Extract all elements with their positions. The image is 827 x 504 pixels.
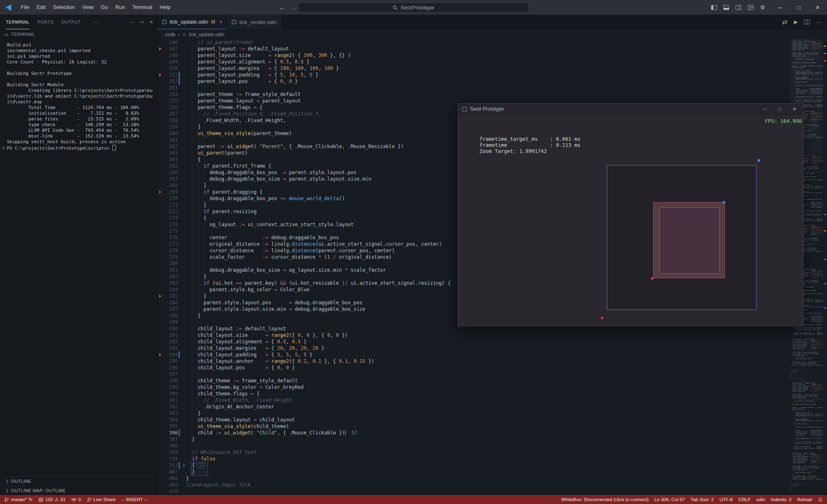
- split-editor-icon[interactable]: [804, 19, 810, 25]
- close-tab-icon[interactable]: ×: [219, 19, 223, 25]
- line-number[interactable]: 289: [163, 319, 178, 325]
- code-line[interactable]: 291 child_layout.size = range2({ 0, 0 },…: [158, 332, 827, 338]
- history-forward-icon[interactable]: →: [291, 4, 297, 11]
- code-line[interactable]: 254 parent_theme := frame_style_default: [158, 91, 827, 98]
- line-number[interactable]: 269: [163, 189, 178, 195]
- command-decoration-icon[interactable]: [2, 146, 5, 149]
- line-number[interactable]: 271: [163, 202, 178, 208]
- terminal-output[interactable]: Build.ps1incremental_checks.ps1 imported…: [0, 39, 157, 468]
- code-line[interactable]: 247 parent_layout := default_layout: [158, 46, 827, 52]
- line-number[interactable]: 293: [163, 345, 178, 351]
- line-number[interactable]: 310: [163, 456, 178, 462]
- menu-item-view[interactable]: View: [79, 0, 97, 15]
- open-changes-icon[interactable]: ⇄: [782, 18, 787, 26]
- code-line[interactable]: 292 child_layout.alignment = { 0.5, 0.5 …: [158, 338, 827, 345]
- line-number[interactable]: 298: [163, 377, 178, 384]
- menu-item-run[interactable]: Run: [112, 0, 129, 15]
- code-line[interactable]: 301 // .Fixed_Width, .Fixed_Height,: [158, 397, 827, 404]
- run-button[interactable]: ▶: [794, 19, 798, 25]
- line-number[interactable]: 284: [163, 286, 178, 293]
- code-line[interactable]: 306 child := ui_widget( "Child", { .Mous…: [158, 430, 827, 436]
- line-number[interactable]: 470: [163, 488, 178, 495]
- toggle-panel-icon[interactable]: [723, 4, 729, 11]
- line-number[interactable]: 311: [163, 462, 178, 469]
- code-line[interactable]: 248 parent_layout.size = range2( { 300, …: [158, 52, 827, 59]
- breadcrumb-folder[interactable]: code: [165, 32, 175, 37]
- line-number[interactable]: 252: [163, 78, 178, 85]
- code-line[interactable]: 468}: [158, 475, 827, 482]
- line-number[interactable]: 273: [163, 215, 178, 221]
- code-line[interactable]: 249 parent_layout.alignment = { 0.5, 0.5…: [158, 59, 827, 65]
- panel-tab-ports[interactable]: PORTS: [37, 15, 54, 29]
- line-number[interactable]: 296: [163, 364, 178, 371]
- line-number[interactable]: 308: [163, 443, 178, 449]
- code-line[interactable]: 298 child_theme := frame_style_default: [158, 377, 827, 384]
- line-number[interactable]: 297: [163, 371, 178, 377]
- customize-layout-icon[interactable]: [748, 4, 754, 11]
- line-number[interactable]: 256: [163, 104, 178, 111]
- git-branch-status[interactable]: master* ↻: [4, 497, 33, 502]
- line-number[interactable]: 287: [163, 306, 178, 312]
- menu-item-help[interactable]: Help: [156, 0, 174, 15]
- line-number[interactable]: 467: [163, 469, 178, 475]
- line-number[interactable]: 282: [163, 273, 178, 280]
- tab-tick-render-odin[interactable]: tick_render.odin: [227, 15, 282, 29]
- line-number[interactable]: 300: [163, 391, 178, 397]
- code-line[interactable]: 310 if false: [158, 456, 827, 462]
- minimize-button[interactable]: ─: [771, 0, 790, 15]
- history-back-icon[interactable]: ←: [279, 4, 285, 11]
- line-number[interactable]: 295: [163, 358, 178, 364]
- line-number[interactable]: 262: [163, 143, 178, 150]
- line-number[interactable]: 306: [163, 430, 178, 436]
- line-number[interactable]: 265: [163, 163, 178, 169]
- menu-item-terminal[interactable]: Terminal: [129, 0, 156, 15]
- code-line[interactable]: 304 child_theme.layout = child_layout: [158, 417, 827, 423]
- indents-indicator[interactable]: Indents: 3: [771, 497, 792, 502]
- outline-section[interactable]: OUTLINE: [0, 476, 157, 486]
- line-number[interactable]: 469: [163, 482, 178, 488]
- line-number[interactable]: 268: [163, 182, 178, 189]
- code-line[interactable]: 252 parent_layout.pos = { 0, 0 }: [158, 78, 827, 85]
- line-number[interactable]: 266: [163, 169, 178, 176]
- terminal-section-header[interactable]: TERMINAL: [0, 29, 157, 39]
- app-minimize-icon[interactable]: ─: [763, 106, 767, 112]
- line-number[interactable]: 294: [163, 351, 178, 358]
- line-number[interactable]: 251: [163, 72, 178, 78]
- app-close-icon[interactable]: ✕: [792, 106, 796, 112]
- code-line[interactable]: 299 child_theme.bg_color = Color_GreyRed: [158, 384, 827, 391]
- line-number[interactable]: 276: [163, 234, 178, 241]
- panel-close-icon[interactable]: ×: [150, 19, 153, 25]
- live-share-status[interactable]: Live Share: [87, 497, 116, 502]
- panel-maximize-icon[interactable]: [140, 21, 144, 25]
- menu-item-file[interactable]: File: [17, 0, 33, 15]
- problems-status[interactable]: 102 ⚠ 31: [38, 497, 66, 502]
- cursor-position[interactable]: Ln 306, Col 57: [654, 497, 685, 502]
- line-number[interactable]: 288: [163, 312, 178, 319]
- line-number[interactable]: 290: [163, 325, 178, 332]
- maximize-button[interactable]: □: [790, 0, 808, 15]
- reload-button[interactable]: Reload: [797, 497, 812, 502]
- menu-item-go[interactable]: Go: [97, 0, 112, 15]
- code-line[interactable]: 300 child_theme.flags = {: [158, 391, 827, 397]
- line-number[interactable]: 277: [163, 241, 178, 247]
- close-button[interactable]: ✕: [808, 0, 827, 15]
- code-line[interactable]: 293 child_layout.margins = { 20, 20, 20,…: [158, 345, 827, 351]
- line-number[interactable]: 283: [163, 280, 178, 286]
- overview-ruler[interactable]: [823, 39, 827, 491]
- line-number[interactable]: 302: [163, 404, 178, 410]
- whitebox-status[interactable]: WhiteBox: Disconnected (click to connect…: [561, 497, 649, 502]
- line-number[interactable]: 247: [163, 46, 178, 52]
- toggle-secondary-sidebar-icon[interactable]: [735, 4, 742, 11]
- line-number[interactable]: 303: [163, 410, 178, 417]
- app-maximize-icon[interactable]: □: [778, 106, 781, 112]
- code-line[interactable]: 296 child_layout.pos = { 0, 0 }: [158, 364, 827, 371]
- line-number[interactable]: 285: [163, 293, 178, 299]
- tab-tick-update-odin[interactable]: tick_update.odin M ×: [158, 15, 227, 29]
- more-panel-tabs-icon[interactable]: ⋯: [92, 19, 98, 25]
- toggle-sidebar-icon[interactable]: [711, 4, 717, 11]
- line-number[interactable]: 292: [163, 338, 178, 345]
- line-number[interactable]: 250: [163, 65, 178, 72]
- language-mode[interactable]: odin: [756, 497, 765, 502]
- line-number[interactable]: 299: [163, 384, 178, 391]
- line-number[interactable]: 267: [163, 176, 178, 182]
